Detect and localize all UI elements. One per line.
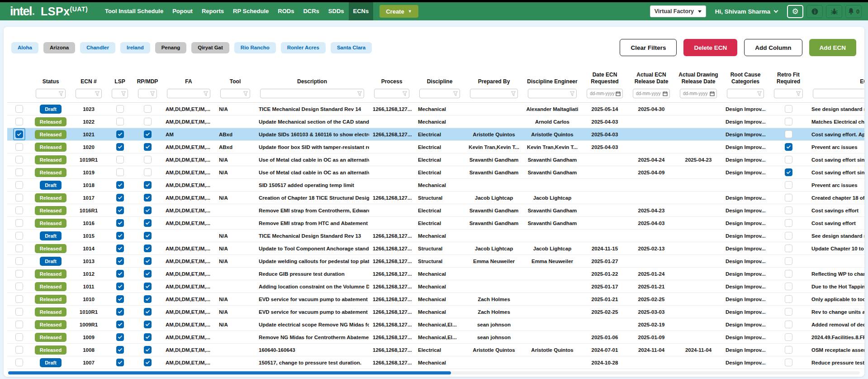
rpmdp-checkbox[interactable] [144,346,152,354]
retro_fit-checkbox[interactable] [785,181,792,189]
filter-funnel-icon[interactable] [204,91,208,96]
row-select-checkbox[interactable] [15,143,23,151]
lsp-checkbox[interactable] [116,346,124,354]
actual_ecn_release-filter-input[interactable]: dd-mm-yyyy [633,89,670,98]
row-select-checkbox[interactable] [15,232,23,240]
filter-funnel-icon[interactable] [796,91,801,96]
lsp-checkbox[interactable] [116,219,124,227]
retro_fit-checkbox[interactable] [785,156,792,163]
filter-funnel-icon[interactable] [95,91,100,96]
row-select-checkbox[interactable] [15,270,23,278]
root_cause-filter-input[interactable] [727,89,764,98]
retro_fit-checkbox[interactable] [785,232,792,240]
lsp-filter-input[interactable] [112,89,128,98]
rpmdp-checkbox[interactable] [144,270,152,278]
calendar-icon[interactable] [616,91,621,96]
retro_fit-checkbox[interactable] [785,308,792,316]
table-row[interactable]: Draft1007AM,DI,DM,ET,IM,...150517, chang… [7,356,864,369]
table-row[interactable]: Released1019R1AM,DI,DM,ET,IM,...N/AUse o… [7,154,864,166]
lsp-checkbox[interactable] [116,206,124,214]
filter-funnel-icon[interactable] [511,91,516,96]
lsp-checkbox[interactable] [116,321,124,328]
lsp-checkbox[interactable] [116,168,124,176]
nav-item-tool-install-schedule[interactable]: Tool Install Schedule [100,2,168,20]
retro_fit-checkbox[interactable] [785,130,792,138]
rpmdp-checkbox[interactable] [144,232,152,240]
lsp-checkbox[interactable] [116,245,124,252]
row-select-checkbox[interactable] [15,219,23,227]
table-row[interactable]: Released1020AM,DI,DM,ET,IM,...ABxdUpdate… [7,141,864,154]
rpmdp-checkbox[interactable] [144,168,152,176]
clear-filters-button[interactable]: Clear Filters [620,39,677,56]
lsp-checkbox[interactable] [116,143,124,151]
tool-filter-input[interactable] [220,89,250,98]
filter-funnel-icon[interactable] [357,91,362,96]
lsp-checkbox[interactable] [116,156,124,163]
table-row[interactable]: Released1011AM,DI,DM,ET,IM,...Adding loc… [7,280,864,293]
bell-button[interactable]: 0 [845,5,862,18]
retro_fit-checkbox[interactable] [785,321,792,328]
row-select-checkbox[interactable] [15,308,23,316]
bug-button[interactable] [826,5,842,18]
filter-funnel-icon[interactable] [757,91,762,96]
table-row[interactable]: Released1009AM,DI,DM,ET,IM,...Remove NG … [7,331,864,344]
table-row[interactable]: Draft1013AM,DI,DM,ET,IM,...N/AUpdate wel… [7,255,864,268]
filter-funnel-icon[interactable] [243,91,248,96]
row-select-checkbox[interactable] [15,130,23,138]
retro_fit-checkbox[interactable] [785,295,792,303]
retro_fit-checkbox[interactable] [785,219,792,227]
lsp-checkbox[interactable] [116,333,124,341]
row-select-checkbox[interactable] [15,118,23,125]
table-row[interactable]: Released1021AMABxdUpdate SIDs 160103 & 1… [7,128,864,141]
nav-item-rp-schedule[interactable]: RP Schedule [228,2,273,20]
rpmdp-checkbox[interactable] [144,257,152,265]
rpmdp-checkbox[interactable] [144,118,152,125]
row-select-checkbox[interactable] [15,257,23,265]
table-row[interactable]: Draft1015N/ATICE Mechanical Design Stand… [7,230,864,242]
user-menu[interactable]: Hi, Shivam Sharma [715,8,778,15]
table-row[interactable]: Released1014AM,DI,DM,ET,IM,...N/AUpdate … [7,242,864,255]
retro_fit-checkbox[interactable] [785,283,792,290]
retro_fit-checkbox[interactable] [785,105,792,113]
rpmdp-checkbox[interactable] [144,130,152,138]
site-chip-ronler-acres[interactable]: Ronler Acres [281,42,326,53]
row-select-checkbox[interactable] [15,181,23,189]
table-row[interactable]: Released1016R1AM,DI,DM,ET,IM,...Remove E… [7,204,864,217]
discipline_engineer-filter-input[interactable] [528,89,577,98]
process-filter-input[interactable] [374,89,409,98]
scrollbar-thumb[interactable] [8,371,451,374]
add-ecn-button[interactable]: Add ECN [809,39,857,56]
nav-item-popout[interactable]: Popout [168,2,197,20]
retro_fit-checkbox[interactable] [785,245,792,252]
rpmdp-checkbox[interactable] [144,206,152,214]
calendar-icon[interactable] [710,91,715,96]
status-filter-input[interactable] [36,89,66,98]
retro_fit-checkbox[interactable] [785,346,792,354]
rpmdp-checkbox[interactable] [144,194,152,201]
site-chip-chandler[interactable]: Chandler [80,42,115,53]
filter-funnel-icon[interactable] [570,91,574,96]
retro_fit-filter-input[interactable] [774,89,803,98]
retro_fit-checkbox[interactable] [785,270,792,278]
rpmdp-checkbox[interactable] [144,143,152,151]
row-select-checkbox[interactable] [15,359,23,366]
row-select-checkbox[interactable] [15,168,23,176]
filter-funnel-icon[interactable] [59,91,63,96]
retro_fit-checkbox[interactable] [785,194,792,201]
nav-item-dcrs[interactable]: DCRs [299,2,323,20]
row-select-checkbox[interactable] [15,295,23,303]
filter-funnel-icon[interactable] [150,91,155,96]
rpmdp-checkbox[interactable] [144,105,152,113]
site-chip-arizona[interactable]: Arizona [43,42,75,53]
row-select-checkbox[interactable] [15,245,23,252]
site-chip-penang[interactable]: Penang [155,42,187,53]
rpmdp-filter-input[interactable] [138,89,157,98]
table-row[interactable]: Released1009R1AM,DI,DM,ET,IM,...N/AUpdat… [7,318,864,331]
lsp-checkbox[interactable] [116,232,124,240]
lsp-checkbox[interactable] [116,194,124,201]
rpmdp-checkbox[interactable] [144,219,152,227]
lsp-checkbox[interactable] [116,270,124,278]
date_requested-filter-input[interactable]: dd-mm-yyyy [587,89,623,98]
retro_fit-checkbox[interactable] [785,168,792,176]
actual_drawing_release-filter-input[interactable]: dd-mm-yyyy [680,89,717,98]
